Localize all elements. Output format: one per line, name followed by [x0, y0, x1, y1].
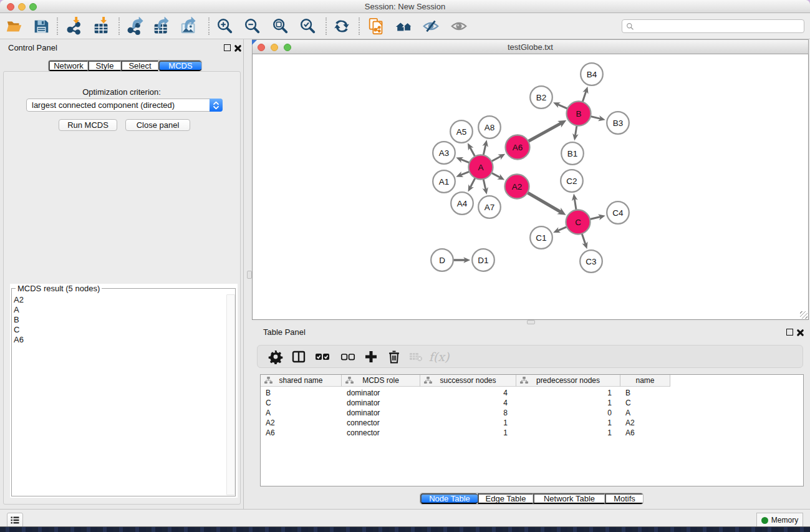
node-A6[interactable]: A6	[506, 135, 530, 160]
node-A5[interactable]: A5	[450, 120, 473, 143]
frame-close-button[interactable]	[258, 44, 265, 51]
node-C[interactable]: C	[566, 210, 591, 235]
tab-network-table[interactable]: Network Table	[533, 493, 605, 504]
frame-minimize-button[interactable]	[271, 44, 278, 51]
node-A7[interactable]: A7	[478, 196, 501, 218]
node-A4[interactable]: A4	[451, 192, 473, 215]
unselect-all-columns-button[interactable]	[338, 347, 358, 366]
cell-predecessor-nodes: 1	[516, 388, 620, 398]
tab-edge-table[interactable]: Edge Table	[478, 493, 533, 504]
node-label: A2	[512, 182, 523, 191]
node-B4[interactable]: B4	[581, 63, 603, 85]
table-float-icon[interactable]	[786, 329, 793, 336]
export-image-button[interactable]	[178, 16, 200, 36]
node-C4[interactable]: C4	[607, 201, 629, 224]
close-window-button[interactable]	[7, 3, 14, 11]
tab-node-table[interactable]: Node Table	[420, 493, 478, 504]
node-B1[interactable]: B1	[561, 142, 584, 165]
column-header-predecessor-nodes[interactable]: predecessor nodes	[516, 375, 620, 387]
cell-MCDS-role: dominator	[342, 408, 420, 418]
show-all-button[interactable]	[448, 16, 470, 36]
table-header-row: shared nameMCDS rolesuccessor nodesprede…	[261, 375, 670, 387]
import-network-button[interactable]	[64, 16, 85, 36]
table-row-A2[interactable]: A2connector11A2	[261, 418, 670, 428]
open-icon	[5, 17, 24, 36]
column-header-successor-nodes[interactable]: successor nodes	[420, 375, 516, 387]
tab-network[interactable]: Network	[49, 60, 88, 71]
table-row-C[interactable]: Cdominator41C	[261, 398, 670, 408]
node-C2[interactable]: C2	[561, 170, 583, 192]
search-input[interactable]	[634, 21, 804, 32]
save-session-button[interactable]	[31, 16, 52, 36]
result-item[interactable]: C	[13, 325, 225, 335]
frame-resize-grip[interactable]	[800, 311, 808, 319]
delete-column-button[interactable]	[384, 347, 404, 366]
cell-shared-name: A6	[261, 428, 342, 438]
table-row-A6[interactable]: A6connector11A6	[261, 428, 670, 438]
tab-style[interactable]: Style	[88, 60, 121, 71]
table-row-A[interactable]: Adominator80A	[261, 408, 670, 418]
tab-select[interactable]: Select	[121, 60, 158, 71]
column-header-name[interactable]: name	[620, 375, 670, 387]
table-row-B[interactable]: Bdominator41B	[261, 388, 670, 398]
node-B[interactable]: B	[567, 102, 591, 126]
column-header-MCDS-role[interactable]: MCDS role	[342, 375, 420, 387]
node-A8[interactable]: A8	[478, 116, 501, 138]
mcds-result-list[interactable]: A2ABCA6	[13, 295, 225, 495]
close-panel-button[interactable]: Close panel	[125, 119, 190, 131]
node-A2[interactable]: A2	[505, 175, 529, 199]
result-item[interactable]: A	[13, 305, 225, 315]
network-canvas[interactable]: AA1A2A3A4A5A6A7A8BB1B2B3B4CC1C2C3C4DD1	[253, 54, 808, 319]
node-D1[interactable]: D1	[472, 249, 494, 271]
node-B2[interactable]: B2	[530, 86, 552, 109]
node-C3[interactable]: C3	[580, 250, 602, 273]
split-panel-button[interactable]	[289, 347, 309, 366]
zoom-selected-button[interactable]	[297, 16, 318, 36]
zoom-fit-button[interactable]	[269, 16, 291, 36]
new-network-from-selection-button[interactable]	[366, 16, 387, 36]
search-box[interactable]	[622, 19, 804, 33]
refresh-button[interactable]	[331, 16, 352, 36]
result-item[interactable]: A2	[13, 295, 225, 305]
select-all-columns-button[interactable]	[312, 347, 332, 366]
node-A3[interactable]: A3	[433, 142, 455, 164]
memory-button[interactable]: Memory	[756, 513, 803, 527]
node-D[interactable]: D	[431, 249, 453, 271]
frame-maximize-button[interactable]	[284, 44, 291, 51]
node-C1[interactable]: C1	[530, 226, 552, 249]
minimize-window-button[interactable]	[18, 3, 26, 11]
table-settings-button[interactable]	[266, 347, 286, 366]
maximize-window-button[interactable]	[29, 3, 37, 11]
node-B3[interactable]: B3	[607, 112, 629, 134]
criterion-dropdown[interactable]: largest connected component (directed)	[26, 99, 223, 112]
tasks-list-button[interactable]	[7, 513, 23, 527]
zoom-in-button[interactable]	[214, 16, 235, 36]
result-item[interactable]: B	[13, 315, 225, 325]
export-network-button[interactable]	[126, 16, 147, 36]
close-panel-icon[interactable]	[234, 44, 242, 52]
result-item[interactable]: A6	[13, 335, 225, 345]
cell-successor-nodes: 4	[420, 398, 516, 408]
network-window-title-bar[interactable]: testGlobe.txt	[252, 39, 809, 54]
open-file-button[interactable]	[4, 16, 25, 36]
add-column-button[interactable]	[361, 347, 381, 366]
node-label: C	[575, 218, 581, 227]
node-A1[interactable]: A1	[433, 170, 455, 193]
column-header-shared-name[interactable]: shared name	[261, 375, 342, 387]
first-neighbors-button[interactable]	[393, 16, 415, 36]
cell-shared-name: B	[261, 388, 342, 398]
vertical-splitter-grip[interactable]	[247, 271, 252, 279]
import-table-button[interactable]	[91, 16, 112, 36]
table-close-icon[interactable]	[796, 328, 804, 336]
node-A[interactable]: A	[469, 155, 493, 180]
run-mcds-button[interactable]: Run MCDS	[59, 119, 117, 131]
tab-mcds[interactable]: MCDS	[158, 60, 201, 71]
hide-selected-button[interactable]	[420, 16, 441, 36]
column-type-icon	[264, 377, 272, 384]
float-panel-icon[interactable]	[224, 44, 231, 51]
horizontal-splitter-grip[interactable]	[527, 320, 535, 324]
result-list-scrollbar[interactable]	[226, 294, 235, 495]
tab-motifs[interactable]: Motifs	[605, 493, 643, 504]
export-table-button[interactable]	[152, 16, 173, 36]
zoom-out-button[interactable]	[241, 16, 263, 36]
